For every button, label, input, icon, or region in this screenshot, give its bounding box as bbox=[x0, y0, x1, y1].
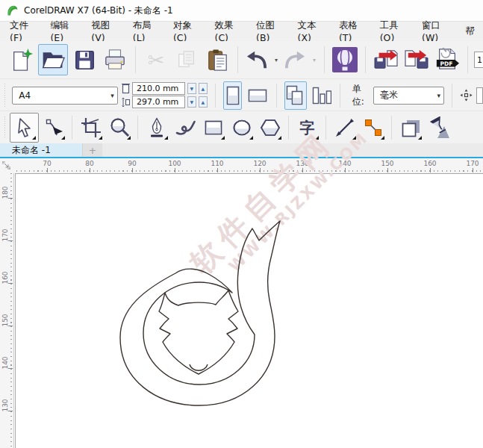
export-button[interactable] bbox=[402, 45, 431, 75]
tool-artistic-media[interactable] bbox=[171, 113, 199, 142]
ruler-major-tick bbox=[47, 168, 48, 172]
save-button[interactable] bbox=[70, 45, 99, 75]
per-page-size-button[interactable] bbox=[311, 82, 332, 109]
tool-polygon[interactable] bbox=[256, 113, 284, 142]
scissors-icon: ✂ bbox=[148, 49, 165, 72]
ruler-label: 150 bbox=[1, 313, 9, 328]
page-border-top bbox=[15, 173, 483, 174]
height-spin-up[interactable]: ▲ bbox=[199, 96, 208, 108]
undo-button[interactable] bbox=[244, 45, 269, 75]
ruler-label: 140 bbox=[338, 160, 351, 167]
redo-dropdown-caret[interactable]: ▾ bbox=[311, 57, 318, 63]
toolbox-separator bbox=[288, 116, 289, 140]
tool-dimension[interactable] bbox=[331, 113, 358, 142]
page-width-icon bbox=[122, 84, 130, 94]
toolbar-separator bbox=[215, 84, 216, 108]
units-select[interactable]: 毫米 ▾ bbox=[373, 87, 444, 105]
tool-connector[interactable] bbox=[359, 113, 387, 142]
ruler-origin-icon[interactable] bbox=[1, 161, 11, 170]
ruler-major-tick bbox=[217, 168, 218, 172]
menu-item-11[interactable]: 帮 bbox=[457, 22, 483, 41]
units-value: 毫米 bbox=[380, 89, 398, 102]
tool-rectangle[interactable] bbox=[199, 113, 227, 142]
toolbar-separator bbox=[467, 46, 468, 73]
ruler-major-tick bbox=[132, 168, 133, 172]
fox-head-path bbox=[159, 290, 238, 374]
pdf-label: PDF bbox=[440, 60, 453, 67]
print-button[interactable] bbox=[101, 45, 129, 75]
ruler-label: 180 bbox=[1, 185, 9, 200]
tool-ellipse[interactable] bbox=[228, 113, 255, 142]
ruler-minor-ticks bbox=[10, 173, 12, 448]
toolbar-separator bbox=[340, 84, 340, 108]
toolbar-separator bbox=[237, 46, 238, 73]
all-pages-same-size-button[interactable] bbox=[284, 81, 308, 110]
ruler-major-tick bbox=[473, 168, 473, 172]
property-bar: A4 ▾ 210.0 mm ▼ ▲ 297.0 mm ▼ ▲ bbox=[0, 78, 483, 111]
page-height-value: 297.0 mm bbox=[137, 97, 178, 107]
paste-button[interactable] bbox=[203, 45, 231, 75]
tool-drop-shadow[interactable] bbox=[396, 113, 424, 142]
import-button[interactable] bbox=[372, 45, 400, 75]
nudge-distance-field[interactable] bbox=[476, 87, 483, 104]
page-height-icon bbox=[122, 97, 130, 108]
height-spin-down[interactable]: ▼ bbox=[187, 96, 196, 108]
ruler-minor-ticks bbox=[16, 170, 483, 172]
tool-crop[interactable] bbox=[77, 113, 105, 142]
tool-transparency[interactable] bbox=[425, 113, 452, 142]
ruler-label: 140 bbox=[1, 355, 9, 370]
tool-text[interactable]: 字 bbox=[293, 113, 321, 142]
drawing-canvas[interactable]: 软件自学网 WWW.RJZXW.COM bbox=[14, 173, 483, 448]
cut-button[interactable]: ✂ bbox=[142, 45, 170, 75]
publish-pdf-button[interactable]: PDF bbox=[433, 45, 461, 75]
redo-button[interactable] bbox=[282, 45, 308, 75]
nudge-distance-icon bbox=[460, 89, 473, 102]
ruler-label: 70 bbox=[43, 160, 51, 167]
width-spin-up[interactable]: ▲ bbox=[199, 83, 208, 94]
landscape-orientation-button[interactable] bbox=[246, 82, 268, 109]
menu-bar: 文件(F)编辑(E)视图(V)布局(L)对象(C)效果(C)位图(B)文本(X)… bbox=[0, 22, 483, 41]
polygon-icon bbox=[259, 117, 281, 138]
toolbar-grip[interactable] bbox=[3, 116, 7, 140]
tool-pick[interactable] bbox=[10, 113, 39, 143]
corel-connect-button[interactable] bbox=[331, 45, 359, 75]
page-size-preset-select[interactable]: A4 ▾ bbox=[12, 87, 118, 105]
vertical-ruler[interactable]: 180170160150140130 bbox=[0, 173, 14, 448]
toolbar-separator bbox=[135, 46, 136, 73]
toolbar-separator bbox=[276, 84, 277, 108]
open-button[interactable] bbox=[38, 44, 68, 75]
toolbox-separator bbox=[72, 116, 72, 140]
chevron-down-icon: ▾ bbox=[432, 92, 440, 99]
page-width-field[interactable]: 210.0 mm bbox=[132, 82, 185, 95]
new-tab-button[interactable]: + bbox=[82, 143, 102, 157]
width-spin-down[interactable]: ▼ bbox=[187, 83, 196, 94]
ruler-label: 160 bbox=[1, 270, 9, 285]
toolbox: 字 bbox=[0, 111, 483, 144]
tool-zoom[interactable] bbox=[105, 113, 133, 142]
fox-logo-drawing[interactable] bbox=[105, 202, 329, 426]
tool-pen[interactable] bbox=[143, 113, 170, 142]
horizontal-ruler[interactable]: 708090100110120130140150160170 bbox=[0, 158, 483, 174]
ruler-label: 100 bbox=[168, 160, 181, 167]
tool-shape[interactable] bbox=[40, 113, 67, 142]
fox-muzzle-arc bbox=[190, 364, 208, 370]
app-logo-icon bbox=[6, 4, 19, 17]
ruler-major-tick bbox=[90, 168, 90, 172]
page-height-field[interactable]: 297.0 mm bbox=[132, 96, 185, 108]
document-tab-active[interactable]: 未命名 -1 bbox=[0, 143, 82, 157]
portrait-orientation-button[interactable] bbox=[223, 81, 243, 110]
zoom-level-box[interactable]: 1 bbox=[474, 52, 483, 68]
undo-dropdown-caret[interactable]: ▾ bbox=[272, 57, 280, 63]
ruler-label: 90 bbox=[128, 160, 136, 167]
new-document-button[interactable] bbox=[7, 45, 36, 75]
chevron-down-icon: ▾ bbox=[106, 92, 114, 99]
copy-button[interactable] bbox=[172, 45, 201, 75]
document-area: 180170160150140130 软件自学网 WWW.RJZXW.COM bbox=[0, 173, 483, 448]
text-tool-glyph: 字 bbox=[300, 118, 315, 138]
ruler-label: 160 bbox=[423, 160, 436, 167]
toolbar-separator bbox=[365, 46, 366, 73]
page-border-left bbox=[15, 173, 16, 448]
shape-tool-icon bbox=[43, 117, 64, 138]
toolbar-grip[interactable] bbox=[3, 84, 6, 106]
document-tab-bar: 未命名 -1 + bbox=[0, 143, 483, 157]
